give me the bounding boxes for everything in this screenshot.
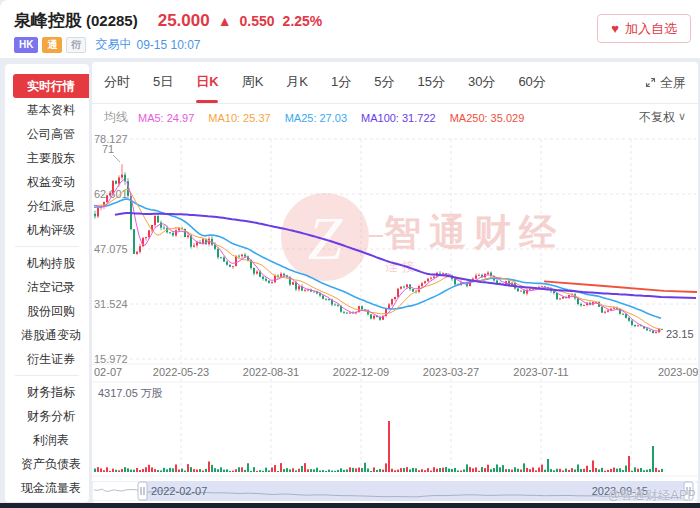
svg-text:23.15: 23.15 <box>666 328 694 340</box>
sidebar-item[interactable]: 股份回购 <box>13 299 89 323</box>
sidebar-item[interactable]: 机构评级 <box>13 218 89 242</box>
fullscreen-label: 全屏 <box>660 74 686 92</box>
sidebar-item[interactable]: 实时行情 <box>13 74 89 98</box>
price-change: 0.550 <box>240 13 275 29</box>
price-change-pct: 2.25% <box>283 13 323 29</box>
svg-text:31.524: 31.524 <box>94 298 128 310</box>
sidebar-item[interactable]: 现金流量表 <box>13 476 89 500</box>
svg-text:2022-08-31: 2022-08-31 <box>243 366 299 378</box>
sidebar-item[interactable]: 权益变动 <box>13 170 89 194</box>
svg-text:2022-12-09: 2022-12-09 <box>333 366 389 378</box>
chart-panel: 分时5日日K周K月K1分5分15分30分60分 全屏 均线 MA5: 24.97… <box>92 62 698 503</box>
header: 泉峰控股 (02285) 25.000 ▲ 0.550 2.25% HK通衍 交… <box>0 0 700 58</box>
stock-code: (02285) <box>86 12 138 29</box>
ma-legend-items: MA5: 24.97MA10: 25.37MA25: 27.03MA100: 3… <box>138 112 538 124</box>
adjust-type-dropdown[interactable]: 不复权 ∨ <box>639 109 686 126</box>
adjust-type-label: 不复权 <box>639 109 675 126</box>
range-navigator-strip: 2022-02-072023-09-15 @智通财经APP <box>92 481 698 501</box>
svg-text:2023-09-15: 2023-09-15 <box>658 366 698 378</box>
tab-period[interactable]: 月K <box>286 62 308 103</box>
expand-icon <box>645 77 656 88</box>
candlestick-chart[interactable]: 78.12762.60147.07531.52415.972Z智通财经连接431… <box>92 131 698 479</box>
tab-period[interactable]: 5日 <box>153 62 173 103</box>
sidebar-item[interactable]: 衍生证券 <box>13 347 89 371</box>
sidebar-item[interactable]: 机构持股 <box>13 251 89 275</box>
market-badges: HK通衍 <box>14 37 86 53</box>
market-badge: 通 <box>42 37 62 53</box>
tab-period[interactable]: 周K <box>242 62 264 103</box>
svg-text:智通财经: 智通财经 <box>383 212 564 253</box>
market-badge: HK <box>14 37 38 53</box>
fullscreen-button[interactable]: 全屏 <box>645 74 686 92</box>
trading-status: 交易中 <box>95 36 131 53</box>
sidebar-item[interactable]: 公司高管 <box>13 122 89 146</box>
svg-text:4317.05 万股: 4317.05 万股 <box>98 387 163 399</box>
svg-text:02-07: 02-07 <box>94 366 122 378</box>
current-price: 25.000 <box>158 11 210 31</box>
sidebar-item[interactable]: 主要股东 <box>13 146 89 170</box>
sidebar-divider <box>15 246 79 247</box>
sidebar-item[interactable]: 财务指标 <box>13 380 89 404</box>
svg-text:71: 71 <box>102 143 114 155</box>
tab-period[interactable]: 5分 <box>374 62 394 103</box>
sidebar-item[interactable]: 沽空记录 <box>13 275 89 299</box>
period-tabs-row: 分时5日日K周K月K1分5分15分30分60分 全屏 <box>92 62 698 104</box>
sidebar: 实时行情基本资料公司高管主要股东权益变动分红派息机构评级机构持股沽空记录股份回购… <box>5 64 89 502</box>
ma-legend-item: MA250: 35.029 <box>450 112 525 124</box>
sidebar-item[interactable]: 资产负债表 <box>13 452 89 476</box>
ma-legend-item: MA25: 27.03 <box>285 112 347 124</box>
ma-legend-item: MA5: 24.97 <box>138 112 194 124</box>
svg-text:2023-03-27: 2023-03-27 <box>423 366 479 378</box>
ma-legend-item: MA100: 31.722 <box>361 112 436 124</box>
tab-period[interactable]: 60分 <box>518 62 545 103</box>
tab-period[interactable]: 分时 <box>104 62 130 103</box>
sidebar-item[interactable]: 利润表 <box>13 428 89 452</box>
corner-watermark: @智通财经APP <box>608 487 696 504</box>
svg-text:2022-02-07: 2022-02-07 <box>151 485 207 497</box>
chevron-down-icon: ∨ <box>678 110 686 123</box>
svg-text:2023-07-11: 2023-07-11 <box>513 366 568 378</box>
up-arrow-icon: ▲ <box>218 13 232 29</box>
sidebar-item[interactable]: 财务分析 <box>13 404 89 428</box>
tab-period[interactable]: 15分 <box>417 62 444 103</box>
sidebar-item[interactable]: 港股通变动 <box>13 323 89 347</box>
svg-text:2022-05-23: 2022-05-23 <box>153 366 209 378</box>
bottom-bar <box>0 503 700 508</box>
svg-text:47.075: 47.075 <box>94 243 128 255</box>
ma-legend-title: 均线 <box>104 109 128 126</box>
heart-icon: ♥ <box>611 21 619 36</box>
tab-period[interactable]: 日K <box>196 62 218 103</box>
add-watchlist-label: 加入自选 <box>625 20 677 38</box>
sidebar-divider <box>15 375 79 376</box>
svg-text:Z: Z <box>308 204 343 272</box>
tab-period[interactable]: 1分 <box>331 62 351 103</box>
sidebar-item[interactable]: 分红派息 <box>13 194 89 218</box>
market-badge: 衍 <box>66 37 86 53</box>
svg-text:15.972: 15.972 <box>94 353 128 365</box>
stock-name: 泉峰控股 <box>14 9 82 32</box>
add-watchlist-button[interactable]: ♥ 加入自选 <box>597 14 691 43</box>
tab-period[interactable]: 30分 <box>468 62 495 103</box>
sidebar-item[interactable]: 基本资料 <box>13 98 89 122</box>
period-tabs: 分时5日日K周K月K1分5分15分30分60分 <box>104 62 645 103</box>
trading-time: 09-15 10:07 <box>136 38 200 52</box>
ma-legend-row: 均线 MA5: 24.97MA10: 25.37MA25: 27.03MA100… <box>92 104 698 131</box>
ma-legend-item: MA10: 25.37 <box>208 112 270 124</box>
